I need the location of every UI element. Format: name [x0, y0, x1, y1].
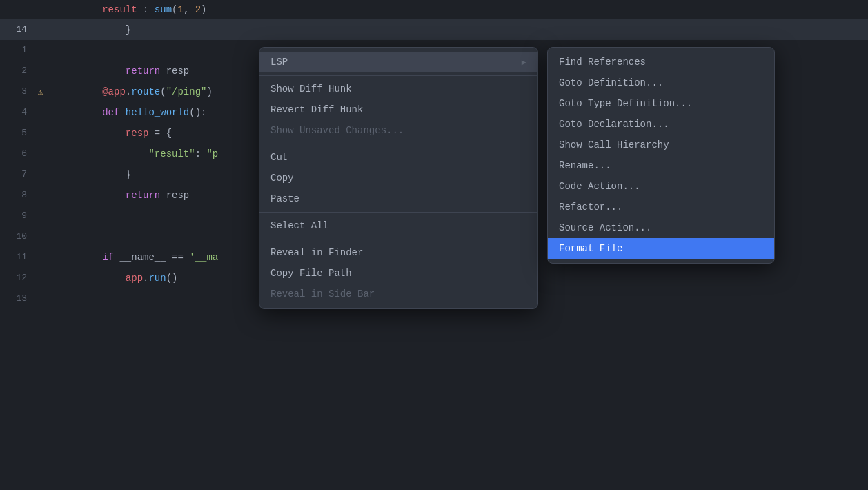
menu-item-goto-type-definition[interactable]: Goto Type Definition... — [548, 93, 774, 114]
warning-icon: ⚠ — [38, 88, 43, 97]
menu-item-revert-diff-hunk[interactable]: Revert Diff Hunk — [259, 99, 537, 120]
menu-item-reveal-in-finder[interactable]: Reveal in Finder — [259, 242, 537, 263]
menu-item-copy-file-path[interactable]: Copy File Path — [259, 263, 537, 284]
menu-item-paste[interactable]: Paste — [259, 188, 537, 209]
lsp-label: LSP — [270, 57, 288, 68]
submenu-arrow-icon: ▶ — [522, 57, 526, 68]
menu-item-goto-declaration[interactable]: Goto Declaration... — [548, 114, 774, 135]
menu-item-show-call-hierarchy[interactable]: Show Call Hierarchy — [548, 135, 774, 155]
menu-item-show-unsaved-changes: Show Unsaved Changes... — [259, 120, 537, 141]
lsp-submenu: Find References Goto Definition... Goto … — [547, 47, 775, 264]
menu-separator-3 — [259, 212, 537, 213]
menu-separator-4 — [259, 239, 537, 239]
menu-item-goto-definition[interactable]: Goto Definition... — [548, 72, 774, 93]
menu-item-source-action[interactable]: Source Action... — [548, 217, 774, 238]
menu-item-cut[interactable]: Cut — [259, 147, 537, 168]
menu-item-reveal-in-sidebar: Reveal in Side Bar — [259, 284, 537, 304]
menu-item-format-file[interactable]: Format File — [548, 238, 774, 259]
menu-item-find-references[interactable]: Find References — [548, 52, 774, 72]
code-line-14: 14 } — [0, 19, 868, 40]
menu-item-select-all[interactable]: Select All — [259, 215, 537, 236]
menu-item-lsp[interactable]: LSP ▶ — [259, 52, 537, 72]
context-menu: LSP ▶ Show Diff Hunk Revert Diff Hunk Sh… — [259, 47, 538, 309]
menu-item-copy[interactable]: Copy — [259, 168, 537, 188]
menu-item-show-diff-hunk[interactable]: Show Diff Hunk — [259, 79, 537, 99]
menu-separator-2 — [259, 144, 537, 144]
menu-item-code-action[interactable]: Code Action... — [548, 176, 774, 197]
menu-item-refactor[interactable]: Refactor... — [548, 197, 774, 217]
menu-item-rename[interactable]: Rename... — [548, 155, 774, 176]
menu-separator-1 — [259, 75, 537, 76]
